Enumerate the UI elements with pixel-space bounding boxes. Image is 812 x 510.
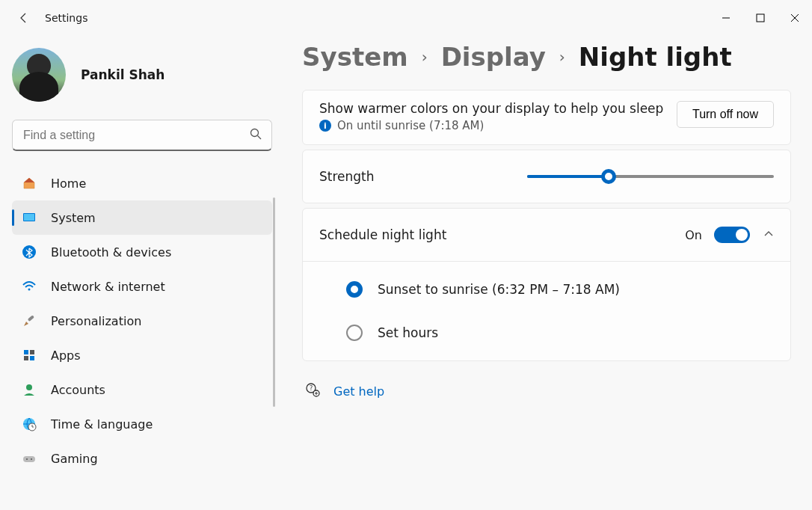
nav-label: Home [51,176,86,191]
gamepad-icon [21,450,37,467]
radio-input[interactable] [346,325,363,341]
svg-line-3 [258,136,262,140]
close-button[interactable] [778,6,812,30]
turn-off-button[interactable]: Turn off now [677,101,774,128]
arrow-left-icon [18,12,30,24]
svg-point-2 [251,129,259,137]
svg-rect-9 [24,350,28,354]
accounts-icon [21,381,37,398]
sidebar-item-system[interactable]: System [12,200,272,235]
chevron-right-icon: › [559,48,565,66]
chevron-right-icon: › [422,48,428,66]
nav-label: Accounts [51,383,105,397]
sidebar-item-network[interactable]: Network & internet [12,269,272,304]
svg-point-17 [26,458,28,460]
avatar [12,48,66,102]
toggle-state: On [685,228,702,242]
svg-rect-12 [30,356,34,360]
minimize-icon [722,13,731,22]
globe-clock-icon [21,416,37,432]
get-help-link[interactable]: Get help [333,384,384,399]
sidebar-item-time-language[interactable]: Time & language [12,407,272,441]
slider-fill [527,175,609,178]
window-controls [709,6,812,30]
svg-point-7 [28,289,31,291]
status-card: Show warmer colors on your display to he… [302,90,791,145]
user-profile[interactable]: Pankil Shah [12,36,272,120]
strength-slider[interactable] [527,168,774,185]
nav-label: Time & language [51,417,153,431]
maximize-icon [756,13,765,22]
sidebar-item-gaming[interactable]: Gaming [12,441,272,476]
window-title: Settings [45,12,87,24]
radio-label: Sunset to sunrise (6:32 PM – 7:18 AM) [378,282,620,297]
sidebar-item-home[interactable]: Home [12,166,272,200]
status-text: On until sunrise (7:18 AM) [337,119,484,132]
breadcrumb: System › Display › Night light [302,42,791,72]
scrollbar[interactable] [273,197,275,407]
radio-label: Set hours [378,325,438,340]
radio-sunset-sunrise[interactable]: Sunset to sunrise (6:32 PM – 7:18 AM) [303,268,790,311]
paintbrush-icon [21,313,37,329]
titlebar: Settings [0,0,812,36]
crumb-system[interactable]: System [302,42,408,72]
sidebar-item-accounts[interactable]: Accounts [12,372,272,407]
search-icon [250,128,262,143]
schedule-toggle[interactable] [714,227,750,243]
wifi-icon [21,278,37,295]
crumb-display[interactable]: Display [441,42,546,72]
schedule-options: Sunset to sunrise (6:32 PM – 7:18 AM) Se… [303,261,790,360]
bluetooth-icon [21,244,37,260]
radio-set-hours[interactable]: Set hours [303,311,790,354]
system-icon [21,209,37,226]
nav-label: Gaming [51,452,98,466]
nav-label: Network & internet [51,280,165,294]
page-title: Night light [579,42,732,72]
nav-label: Apps [51,348,81,363]
sidebar-item-bluetooth[interactable]: Bluetooth & devices [12,235,272,269]
user-name: Pankil Shah [81,67,164,82]
svg-point-18 [31,458,32,460]
nav: Home System Bluetooth & devices Network … [12,166,272,476]
close-icon [790,13,799,22]
sidebar-item-apps[interactable]: Apps [12,338,272,372]
schedule-header[interactable]: Schedule night light On [303,209,790,261]
minimize-button[interactable] [709,6,743,30]
chevron-up-icon[interactable] [763,228,774,242]
nav-label: System [51,211,96,225]
info-icon: i [319,120,331,132]
svg-rect-5 [24,214,34,221]
svg-rect-10 [30,350,34,354]
sidebar: Pankil Shah Home System Bluetooth & devi… [0,36,284,510]
maximize-button[interactable] [743,6,778,30]
sidebar-item-personalization[interactable]: Personalization [12,304,272,338]
search-box [12,120,272,151]
main-content: System › Display › Night light Show warm… [284,36,812,510]
schedule-card: Schedule night light On Sunset to sunris… [302,208,791,361]
help-icon: ? [305,382,320,400]
strength-label: Strength [319,169,527,184]
back-button[interactable] [9,3,39,33]
radio-input[interactable] [346,281,363,298]
search-input[interactable] [12,120,272,151]
status-heading: Show warmer colors on your display to he… [319,101,677,116]
schedule-label: Schedule night light [319,227,685,242]
slider-thumb[interactable] [601,169,616,184]
svg-rect-8 [28,315,34,322]
strength-card: Strength [302,150,791,203]
svg-point-13 [26,384,32,390]
svg-rect-1 [757,14,764,22]
svg-text:?: ? [310,385,313,392]
svg-rect-16 [23,456,35,462]
help-row: ? Get help [302,366,791,417]
svg-rect-11 [24,356,28,360]
home-icon [21,175,37,191]
nav-label: Bluetooth & devices [51,245,171,259]
nav-label: Personalization [51,314,141,328]
apps-icon [21,347,37,363]
